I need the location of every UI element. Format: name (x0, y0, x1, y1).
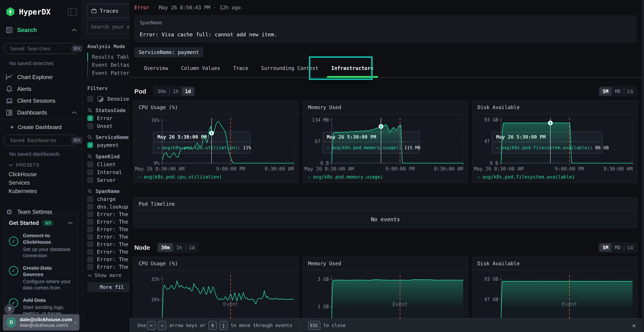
footer-text: to close (323, 323, 346, 328)
filter-option[interactable]: ✓payment (87, 141, 129, 149)
plot-pod-memory[interactable]: 134 MB67 MB0 B Event May 26 5:30:00 PM —… (332, 118, 463, 163)
get-started-item[interactable]: ✓ Create Data Sources Configure where yo… (9, 265, 73, 291)
get-started-item[interactable]: ✓ Add Data Start sending logs, metrics, … (9, 297, 73, 316)
source-select[interactable]: Traces (87, 4, 129, 18)
k-key[interactable]: k (208, 321, 217, 330)
tab-column-values[interactable]: Column Values (174, 58, 227, 78)
checkbox[interactable] (87, 264, 93, 270)
tab-overview[interactable]: Overview (138, 58, 174, 78)
scrollbar[interactable] (642, 0, 644, 332)
user-menu[interactable]: D dale@clickhouse.com dale@clickhouse.co… (3, 314, 80, 330)
show-more-toggle[interactable]: Show more (87, 272, 129, 278)
checkbox[interactable] (87, 226, 93, 232)
filter-option[interactable]: dns.lookup (87, 203, 129, 210)
filter-option[interactable]: charge (87, 195, 129, 203)
help-button[interactable]: ? (4, 304, 14, 314)
arrow-left-key[interactable]: ← (147, 321, 156, 330)
range-1d[interactable]: 1d (182, 87, 194, 96)
search-icon[interactable] (87, 154, 92, 159)
range-30m[interactable]: 30m (158, 243, 173, 252)
checkbox[interactable] (87, 212, 93, 217)
filter-option[interactable]: Error: The cr (87, 218, 129, 226)
collapse-sidebar-icon[interactable] (68, 8, 77, 16)
checkbox[interactable] (87, 242, 93, 247)
filter-option[interactable]: Error: The cr (87, 256, 129, 263)
event-search-box[interactable] (87, 20, 129, 34)
sidebar-item-alerts[interactable]: Alerts (0, 83, 82, 95)
checkbox[interactable] (87, 177, 93, 183)
chart-title: CPU Usage (%) (134, 101, 298, 114)
size-lg[interactable]: LG (624, 243, 636, 252)
range-1d[interactable]: 1d (186, 243, 198, 252)
checkbox[interactable] (87, 204, 93, 210)
close-icon[interactable]: ✕ (632, 322, 636, 329)
plot-node-memory[interactable]: 3 GB1 GB Event (332, 275, 463, 320)
denoise-icon (97, 96, 104, 102)
filter-option[interactable]: Error: The cr (87, 248, 129, 256)
chevron-up-icon[interactable] (68, 222, 73, 225)
sidebar-item-chart-explorer[interactable]: Chart Explorer (0, 71, 82, 83)
tab-trace[interactable]: Trace (227, 58, 254, 78)
arrow-right-key[interactable]: → (158, 321, 166, 330)
checkbox[interactable] (87, 123, 93, 129)
esc-key[interactable]: ESC (308, 321, 320, 330)
get-started-item[interactable]: ✓ Connect to ClickHouse Set up your data… (9, 232, 73, 259)
search-icon[interactable] (87, 135, 92, 140)
filter-option[interactable]: ✓Error (87, 114, 129, 122)
range-1h[interactable]: 1h (173, 243, 185, 252)
denoise-filter[interactable]: Denoise Re (87, 95, 129, 103)
checkbox[interactable] (87, 170, 93, 175)
service-name-tag[interactable]: ServiceName: payment (134, 47, 203, 58)
size-sm[interactable]: SM (599, 243, 612, 252)
saved-dashboards-placeholder[interactable] (10, 138, 72, 143)
mode-event-deltas[interactable]: Event Deltas (92, 61, 129, 69)
plot-node-disk[interactable]: 93 GB47 GB Event (501, 275, 632, 320)
j-key[interactable]: j (219, 321, 228, 330)
saved-searches-placeholder[interactable] (10, 46, 72, 51)
sidebar-item-client-sessions[interactable]: Client Sessions (0, 95, 82, 107)
mode-event-patterns[interactable]: Event Patterns (92, 69, 129, 77)
preset-clickhouse[interactable]: ClickHouse (8, 170, 82, 178)
create-dashboard-button[interactable]: + Create Dashboard (10, 122, 82, 132)
preset-services[interactable]: Services (8, 178, 82, 187)
event-timestamp: May 26 8:50:43 PM (159, 5, 210, 10)
preset-kubernetes[interactable]: Kubernetes (8, 187, 82, 195)
filter-option[interactable]: Error: The cr (87, 240, 129, 248)
plot-pod-disk[interactable]: 93 GB47 GB0 B Event May 26 5:30:00 PM —a… (501, 118, 632, 163)
filter-option[interactable]: Client (87, 160, 129, 168)
sidebar-item-dashboards[interactable]: Dashboards (0, 107, 82, 118)
saved-dashboards-input[interactable]: ⌘K (4, 135, 78, 146)
checkbox-checked[interactable]: ✓ (87, 116, 93, 121)
plot-node-cpu[interactable]: 32%16% Event (162, 275, 294, 320)
checkbox[interactable] (87, 219, 93, 225)
checkbox[interactable] (87, 96, 93, 102)
size-lg[interactable]: LG (624, 87, 636, 96)
size-md[interactable]: MD (612, 87, 624, 96)
presets-toggle[interactable]: PRESETS (8, 162, 82, 168)
mode-results-table[interactable]: Results Table (92, 53, 129, 61)
filter-option[interactable]: Error: The cr (87, 233, 129, 240)
size-sm[interactable]: SM (599, 87, 612, 96)
search-icon[interactable] (87, 189, 92, 194)
plot-pod-cpu[interactable]: 16%8%0% Event May 26 5:30:00 PM —avg(k8s… (162, 118, 294, 163)
range-1h[interactable]: 1h (170, 87, 182, 96)
checkbox[interactable] (87, 234, 93, 240)
search-icon[interactable] (87, 108, 92, 113)
filter-option[interactable]: Error: The cr (87, 263, 129, 271)
range-30m[interactable]: 30m (154, 87, 169, 96)
size-md[interactable]: MD (612, 243, 624, 252)
checkbox[interactable] (87, 162, 93, 167)
filter-option[interactable]: Unset (87, 122, 129, 130)
event-search-input[interactable] (91, 24, 129, 30)
filter-option[interactable]: Error: The cr (87, 210, 129, 218)
checkbox[interactable] (87, 196, 93, 202)
sidebar-item-search[interactable]: Search (5, 26, 77, 38)
more-filters-button[interactable]: More fil (87, 282, 129, 292)
filter-option[interactable]: Server (87, 176, 129, 184)
filter-option[interactable]: Error: The cr (87, 226, 129, 233)
checkbox-checked[interactable]: ✓ (87, 142, 93, 148)
saved-searches-input[interactable]: ⌘K (4, 43, 78, 54)
filter-option[interactable]: Internal (87, 168, 129, 176)
checkbox[interactable] (87, 249, 93, 255)
checkbox[interactable] (87, 256, 93, 262)
